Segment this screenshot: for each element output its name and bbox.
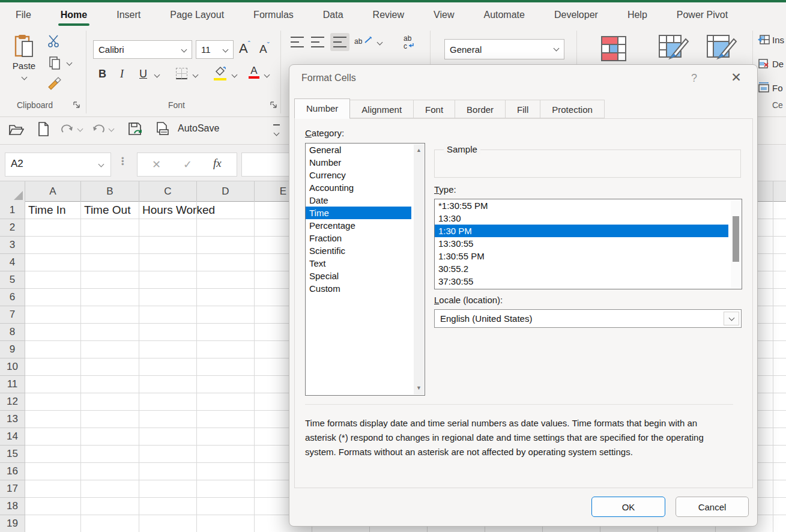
category-scrollbar[interactable]: ▲ ▼ (414, 144, 424, 394)
scrollbar-thumb[interactable] (733, 216, 739, 262)
cell-B17[interactable] (81, 480, 139, 498)
type-option-6[interactable]: 37:30:55 (435, 275, 742, 288)
name-box-dropdown-icon[interactable] (98, 162, 104, 168)
ribbon-tab-formulas[interactable]: Formulas (252, 6, 295, 24)
category-option-custom[interactable]: Custom (306, 282, 425, 295)
cell-C12[interactable] (139, 393, 197, 411)
cell-C1[interactable]: Hours Worked (139, 202, 197, 219)
formula-bar-splitter[interactable]: ••• (121, 157, 124, 166)
cell-D4[interactable] (197, 254, 255, 271)
cell-N6[interactable] (773, 289, 786, 306)
cell-A18[interactable] (25, 498, 81, 515)
underline-dropdown-icon[interactable] (154, 72, 160, 78)
ribbon-tab-file[interactable]: File (14, 6, 32, 24)
cell-C6[interactable] (139, 289, 197, 306)
increase-font-size-button[interactable]: Aˆ (239, 40, 250, 56)
undo-icon[interactable] (91, 122, 106, 136)
ribbon-tab-developer[interactable]: Developer (553, 6, 599, 24)
cell-C18[interactable] (139, 498, 197, 515)
cell-styles-icon[interactable] (706, 34, 737, 63)
category-option-date[interactable]: Date (306, 194, 425, 207)
cell-A3[interactable] (25, 237, 81, 254)
cell-A12[interactable] (25, 393, 81, 411)
ribbon-tab-power-pivot[interactable]: Power Pivot (676, 6, 729, 24)
cell-A2[interactable] (25, 219, 81, 237)
save-icon[interactable] (127, 121, 143, 139)
category-listbox[interactable]: General Number Currency Accounting Date … (305, 143, 425, 396)
row-header-5[interactable]: 5 (0, 271, 25, 289)
column-header-A[interactable]: A (25, 181, 81, 202)
cell-C15[interactable] (139, 446, 197, 463)
locale-dropdown-button[interactable] (724, 312, 739, 325)
row-header-14[interactable]: 14 (0, 428, 25, 446)
cell-N16[interactable] (773, 463, 786, 480)
row-header-6[interactable]: 6 (0, 289, 25, 306)
cell-A6[interactable] (25, 289, 81, 306)
row-header-1[interactable]: 1 (0, 202, 25, 219)
cell-B8[interactable] (81, 324, 139, 341)
cell-B11[interactable] (81, 376, 139, 393)
type-listbox[interactable]: *1:30:55 PM 13:30 1:30 PM 13:30:55 1:30:… (434, 199, 742, 289)
cell-B5[interactable] (81, 271, 139, 289)
column-header-B[interactable]: B (81, 181, 139, 202)
cell-D10[interactable] (197, 358, 255, 376)
copy-button[interactable] (48, 56, 61, 73)
type-option-1[interactable]: 13:30 (435, 212, 742, 225)
category-option-percentage[interactable]: Percentage (306, 219, 425, 232)
number-format-dropdown-icon[interactable] (554, 46, 560, 52)
cell-N1[interactable] (773, 202, 786, 219)
column-header-N[interactable]: N (773, 181, 786, 202)
italic-button[interactable]: I (120, 68, 124, 80)
category-option-time[interactable]: Time (306, 207, 411, 219)
ok-button[interactable]: OK (591, 497, 665, 517)
cell-B2[interactable] (81, 219, 139, 237)
cell-D14[interactable] (197, 428, 255, 446)
cell-D13[interactable] (197, 411, 255, 428)
wrap-text-button[interactable]: ab c (404, 34, 414, 50)
cell-A14[interactable] (25, 428, 81, 446)
bottom-align-button[interactable] (330, 33, 349, 51)
top-align-button[interactable] (291, 37, 304, 47)
cell-A17[interactable] (25, 480, 81, 498)
cell-A10[interactable] (25, 358, 81, 376)
cell-N14[interactable] (773, 428, 786, 446)
cell-C4[interactable] (139, 254, 197, 271)
category-option-fraction[interactable]: Fraction (306, 232, 425, 244)
row-header-16[interactable]: 16 (0, 463, 25, 480)
fill-color-dropdown-icon[interactable] (232, 72, 238, 78)
column-header-C[interactable]: C (139, 181, 197, 202)
cell-A13[interactable] (25, 411, 81, 428)
conditional-formatting-icon[interactable] (599, 34, 628, 63)
cell-N15[interactable] (773, 446, 786, 463)
cell-B19[interactable] (81, 515, 139, 532)
font-color-dropdown-icon[interactable] (264, 72, 270, 78)
cell-C17[interactable] (139, 480, 197, 498)
ribbon-tab-help[interactable]: Help (626, 6, 648, 24)
new-file-icon[interactable] (37, 121, 49, 137)
cell-B12[interactable] (81, 393, 139, 411)
cell-D9[interactable] (197, 341, 255, 358)
cell-D7[interactable] (197, 306, 255, 324)
cell-N12[interactable] (773, 393, 786, 411)
cell-A16[interactable] (25, 463, 81, 480)
cell-A19[interactable] (25, 515, 81, 532)
cell-A9[interactable] (25, 341, 81, 358)
cell-B9[interactable] (81, 341, 139, 358)
cell-N17[interactable] (773, 480, 786, 498)
column-header-D[interactable]: D (197, 181, 255, 202)
insert-cells-button[interactable]: Ins (758, 34, 784, 45)
redo-icon[interactable] (60, 122, 74, 136)
cell-D17[interactable] (197, 480, 255, 498)
format-painter-button[interactable] (47, 76, 61, 93)
cut-button[interactable] (47, 34, 60, 50)
cell-N11[interactable] (773, 376, 786, 393)
row-header-11[interactable]: 11 (0, 376, 25, 393)
row-header-17[interactable]: 17 (0, 480, 25, 498)
row-header-15[interactable]: 15 (0, 446, 25, 463)
cell-N4[interactable] (773, 254, 786, 271)
cell-B16[interactable] (81, 463, 139, 480)
cell-B14[interactable] (81, 428, 139, 446)
cell-A8[interactable] (25, 324, 81, 341)
type-option-3[interactable]: 13:30:55 (435, 237, 742, 250)
dialog-tab-fill[interactable]: Fill (505, 100, 540, 118)
